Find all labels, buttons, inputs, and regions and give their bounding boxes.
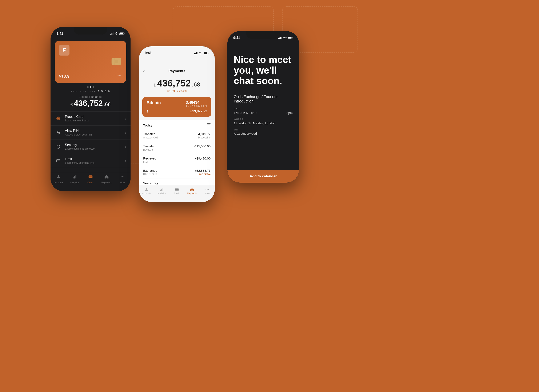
p2-payments-icon	[190, 188, 194, 192]
svg-rect-21	[89, 176, 92, 177]
phone3-time: 9:41	[233, 36, 240, 40]
freeze-card-subtitle: Tap again to unfreeze	[65, 119, 125, 122]
svg-rect-42	[279, 38, 280, 39]
nav-analytics[interactable]: Analytics	[68, 175, 81, 184]
transaction-4[interactable]: Exchange BTC to GBP +£2,833.76 80.471882	[143, 166, 211, 179]
security-item[interactable]: Security Enable additional protection ›	[51, 140, 130, 154]
with-detail: With Alex Underwood	[234, 128, 293, 135]
p2-nav-cards[interactable]: Cards	[171, 188, 183, 195]
phone3-status-icons	[278, 37, 293, 39]
transaction-1-type: Transfer	[143, 132, 195, 136]
svg-rect-25	[194, 53, 195, 54]
add-to-calendar-button[interactable]: Add to calendar	[227, 170, 299, 183]
card-dot-3	[93, 86, 94, 88]
transaction-3-amount: +$9,420.00	[195, 156, 211, 160]
svg-rect-30	[204, 52, 207, 54]
payments-balance: £ 436,752 .68 +£8036 / 2.52%	[139, 76, 215, 97]
phone2-time: 9:41	[145, 51, 152, 55]
nav-more-label: More	[120, 181, 125, 184]
svg-point-24	[124, 176, 125, 177]
p2-nav-analytics-label: Analytics	[158, 192, 166, 195]
phone3-screen: 9:41	[227, 31, 299, 183]
transaction-2-amount: -£15,000.00	[194, 144, 211, 148]
card-dot-2	[90, 86, 91, 88]
signal-icon-2	[194, 52, 198, 54]
crypto-card[interactable]: Bitcoin 3.46434 1 = 5,765.06 / 0.02% ↑ £…	[142, 97, 211, 117]
transaction-1-right: -£4,019.77 Processing	[195, 132, 211, 139]
phone2-frame: 9:41	[139, 46, 215, 202]
p2-nav-more[interactable]: More	[201, 188, 213, 195]
transaction-2-right: -£15,000.00	[194, 144, 211, 148]
svg-rect-3	[113, 32, 114, 35]
date-value: Thu Jun 6, 2019	[234, 111, 256, 115]
security-icon	[55, 143, 62, 150]
accounts-icon	[56, 175, 61, 180]
greeting-title: Nice to meet you, we'll chat soon.	[234, 54, 293, 86]
transaction-2[interactable]: Transfer Bayce.io -£15,000.00	[143, 142, 211, 154]
signal-icon-3	[278, 37, 282, 39]
nav-analytics-label: Analytics	[70, 181, 79, 184]
svg-rect-47	[293, 38, 293, 38]
payments-change: +£8036 / 2.52%	[143, 90, 211, 93]
balance-currency: £	[71, 102, 73, 107]
battery-icon-3	[288, 37, 293, 39]
limit-icon	[55, 157, 62, 164]
balance-decimal: .68	[104, 101, 111, 107]
where-value: 1 Heddon St, Mayfair, London	[234, 121, 293, 125]
nav-cards[interactable]: Cards	[84, 175, 97, 184]
transaction-4-right: +£2,833.76 80.471882	[195, 169, 211, 175]
phone1-wrapper: 9:41	[51, 27, 130, 191]
svg-rect-18	[74, 176, 75, 179]
card-dots	[51, 86, 130, 88]
phone1-bottom-nav: Accounts Analytics	[51, 172, 130, 191]
nav-accounts[interactable]: Accounts	[52, 175, 65, 184]
battery-icon	[119, 32, 125, 35]
card-dot-1	[87, 86, 89, 88]
wifi-icon	[115, 32, 118, 35]
card-logo-letter: F	[63, 47, 66, 54]
where-detail: Where 1 Heddon St, Mayfair, London	[234, 118, 293, 125]
transaction-1-from: Amazon AWS	[143, 136, 195, 139]
svg-rect-1	[111, 33, 112, 35]
p2-nav-analytics[interactable]: Analytics	[155, 188, 168, 195]
transaction-3-left: Recieved IBM	[143, 156, 195, 164]
where-label: Where	[234, 118, 293, 121]
crypto-name: Bitcoin	[147, 100, 161, 105]
nav-cards-label: Cards	[87, 181, 93, 184]
payments-amount-dec: .68	[192, 81, 200, 88]
freeze-icon	[55, 115, 62, 122]
card-number: •••• •••• •••• 4 6 5 9	[51, 90, 130, 93]
balance-label: Account Balance	[51, 95, 130, 99]
limit-item[interactable]: Limit Set monthly spending limit ›	[51, 154, 130, 168]
view-pin-item[interactable]: View PIN Always protect your PIN ›	[51, 126, 130, 140]
filter-icon[interactable]	[207, 123, 211, 128]
balance-main: 436,752	[74, 99, 103, 108]
transaction-3[interactable]: Recieved IBM +$9,420.00	[143, 154, 211, 166]
transaction-4-left: Exchange BTC to GBP	[143, 169, 195, 176]
svg-rect-33	[160, 189, 161, 191]
transaction-1[interactable]: Transfer Amazon AWS -£4,019.77 Processin…	[143, 130, 211, 142]
nav-payments[interactable]: Payments	[100, 175, 113, 184]
nav-more[interactable]: More	[116, 175, 129, 184]
svg-rect-6	[124, 33, 125, 34]
freeze-card-item[interactable]: Freeze Card Tap again to unfreeze ›	[51, 112, 130, 126]
time-value: 5pm	[287, 111, 293, 115]
phone3-frame: 9:41	[227, 31, 299, 183]
transaction-2-type: Transfer	[143, 144, 194, 148]
payments-header: ‹ Payments	[139, 57, 215, 76]
credit-card[interactable]: F VISA	[55, 41, 126, 83]
svg-rect-34	[161, 189, 162, 191]
date-value-row: Thu Jun 6, 2019 5pm	[234, 111, 293, 115]
svg-rect-0	[110, 34, 111, 35]
svg-rect-26	[195, 53, 196, 55]
phone1-screen: 9:41	[51, 27, 130, 191]
svg-rect-35	[163, 188, 163, 191]
svg-point-39	[207, 189, 207, 190]
p2-nav-accounts[interactable]: Accounts	[140, 188, 153, 195]
back-button[interactable]: ‹	[143, 68, 145, 74]
phone1-notch	[74, 27, 107, 34]
p2-analytics-icon	[160, 188, 164, 192]
today-label: Today	[143, 123, 152, 127]
p2-nav-payments[interactable]: Payments	[186, 188, 198, 195]
phone1-time: 9:41	[56, 32, 63, 36]
